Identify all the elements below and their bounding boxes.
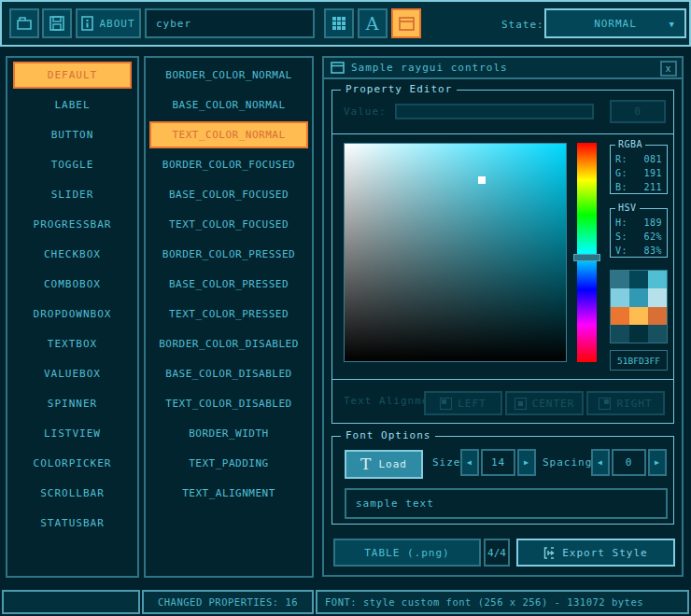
value-slider[interactable] <box>395 104 594 119</box>
control-item-statusbar[interactable]: STATUSBAR <box>13 510 132 537</box>
control-item-toggle[interactable]: TOGGLE <box>13 151 132 178</box>
prop-item-text-color-normal[interactable]: TEXT_COLOR_NORMAL <box>149 121 308 148</box>
value-box[interactable]: 0 <box>610 100 666 123</box>
rgba-g-row: G: 191 <box>615 166 662 180</box>
size-increment-button[interactable]: ▶ <box>517 449 536 476</box>
open-style-button[interactable] <box>9 8 39 38</box>
table-png-button[interactable]: TABLE (.png) <box>333 539 481 567</box>
swatch-text-focused[interactable] <box>648 288 667 306</box>
arrow-left-icon: ◀ <box>598 458 603 467</box>
hsv-s-row: S: 62% <box>615 230 662 244</box>
control-item-slider[interactable]: SLIDER <box>13 181 132 208</box>
spacing-increment-button[interactable]: ▶ <box>648 449 667 476</box>
hsv-group: HSV H: 189 S: 62% V: 83% <box>610 208 668 258</box>
hue-slider[interactable] <box>577 143 597 362</box>
color-cursor[interactable] <box>478 176 486 184</box>
grid-icon <box>331 16 346 31</box>
info-icon <box>81 16 93 31</box>
align-left-label: LEFT <box>458 398 487 410</box>
arrow-right-icon: ▶ <box>524 458 529 467</box>
swatch-border-disabled[interactable] <box>611 325 629 343</box>
property-editor-group-label: Property Editor <box>341 83 457 95</box>
control-item-button[interactable]: BUTTON <box>13 121 132 148</box>
prop-item-text-alignment[interactable]: TEXT_ALIGNMENT <box>149 480 308 507</box>
control-item-textbox[interactable]: TEXTBOX <box>13 330 132 357</box>
control-item-listview[interactable]: LISTVIEW <box>13 420 132 447</box>
font-a-icon: A <box>366 13 380 34</box>
state-dropdown-value: NORMAL <box>594 18 637 30</box>
prop-item-border-color-pressed[interactable]: BORDER_COLOR_PRESSED <box>149 241 308 268</box>
chevron-down-icon: ▼ <box>670 20 675 29</box>
sample-window-toggle-button[interactable] <box>391 8 421 38</box>
swatch-base-focused[interactable] <box>629 288 648 306</box>
align-right-toggle[interactable]: RIGHT <box>586 391 665 415</box>
prop-item-base-color-normal[interactable]: BASE_COLOR_NORMAL <box>149 91 308 119</box>
control-item-combobox[interactable]: COMBOBOX <box>13 271 132 298</box>
swatch-base-pressed[interactable] <box>629 307 648 325</box>
rgba-b-row: B: 211 <box>615 180 662 194</box>
save-style-button[interactable] <box>42 8 72 38</box>
swatch-text-disabled[interactable] <box>648 325 667 343</box>
control-item-spinner[interactable]: SPINNER <box>13 390 132 417</box>
folder-open-icon <box>16 16 33 31</box>
font-options-group-label: Font Options <box>341 429 435 441</box>
about-button[interactable]: ABOUT <box>76 8 141 38</box>
state-dropdown[interactable]: NORMAL ▼ <box>544 8 686 38</box>
style-name-input[interactable] <box>145 8 315 38</box>
swatch-border-pressed[interactable] <box>611 307 629 325</box>
swatch-border-focused[interactable] <box>611 288 629 306</box>
size-value-box[interactable]: 14 <box>481 449 515 476</box>
spacing-value-box[interactable]: 0 <box>612 449 646 476</box>
export-style-button[interactable]: Export Style <box>516 539 675 567</box>
prop-item-border-color-focused[interactable]: BORDER_COLOR_FOCUSED <box>149 151 308 178</box>
control-item-colorpicker[interactable]: COLORPICKER <box>13 450 132 477</box>
swatch-text-normal[interactable] <box>648 271 667 288</box>
r-value: 081 <box>643 152 662 166</box>
align-right-label: RIGHT <box>616 398 652 410</box>
control-item-dropdownbox[interactable]: DROPDOWNBOX <box>13 301 132 328</box>
align-center-label: CENTER <box>532 398 575 410</box>
style-color-swatches <box>610 270 668 343</box>
swatch-base-normal[interactable] <box>629 271 648 288</box>
swatch-text-pressed[interactable] <box>648 307 667 325</box>
prop-item-border-color-disabled[interactable]: BORDER_COLOR_DISABLED <box>149 330 308 357</box>
font-atlas-button[interactable]: A <box>358 8 388 38</box>
prop-item-text-color-disabled[interactable]: TEXT_COLOR_DISABLED <box>149 390 308 417</box>
spacing-decrement-button[interactable]: ◀ <box>591 449 610 476</box>
hex-color-input[interactable]: 51BFD3FF <box>610 350 668 371</box>
prop-item-base-color-disabled[interactable]: BASE_COLOR_DISABLED <box>149 360 308 387</box>
swatch-base-disabled[interactable] <box>629 325 648 343</box>
control-item-progressbar[interactable]: PROGRESSBAR <box>13 211 132 238</box>
prop-item-text-padding[interactable]: TEXT_PADDING <box>149 450 308 477</box>
control-item-checkbox[interactable]: CHECKBOX <box>13 241 132 268</box>
prop-item-base-color-pressed[interactable]: BASE_COLOR_PRESSED <box>149 271 308 298</box>
color-saturation-value-panel[interactable] <box>344 143 567 362</box>
b-value: 211 <box>643 180 662 194</box>
prop-item-text-color-focused[interactable]: TEXT_COLOR_FOCUSED <box>149 211 308 238</box>
align-center-toggle[interactable]: CENTER <box>505 391 584 415</box>
statusbar-changed-properties: CHANGED PROPERTIES: 16 <box>142 590 314 614</box>
prop-item-border-color-normal[interactable]: BORDER_COLOR_NORMAL <box>149 62 308 89</box>
controls-list-panel: DEFAULT LABEL BUTTON TOGGLE SLIDER PROGR… <box>6 56 139 578</box>
load-font-button[interactable]: T Load <box>345 450 423 479</box>
g-label: G: <box>615 166 628 180</box>
align-left-toggle[interactable]: LEFT <box>424 391 502 415</box>
prop-item-border-width[interactable]: BORDER_WIDTH <box>149 420 308 447</box>
font-t-icon: T <box>360 456 372 472</box>
control-item-valuebox[interactable]: VALUEBOX <box>13 360 132 387</box>
close-icon[interactable]: x <box>660 61 677 77</box>
hue-slider-handle[interactable] <box>573 254 600 261</box>
swatch-border-normal[interactable] <box>611 271 629 288</box>
r-label: R: <box>615 152 628 166</box>
statusbar-left <box>2 590 140 614</box>
control-item-label[interactable]: LABEL <box>13 91 132 119</box>
size-decrement-button[interactable]: ◀ <box>460 449 479 476</box>
style-table-button[interactable] <box>324 8 354 38</box>
control-item-scrollbar[interactable]: SCROLLBAR <box>13 480 132 507</box>
table-png-label: TABLE (.png) <box>364 547 449 559</box>
window-titlebar[interactable]: Sample raygui controls x <box>324 58 682 79</box>
prop-item-base-color-focused[interactable]: BASE_COLOR_FOCUSED <box>149 181 308 208</box>
prop-item-text-color-pressed[interactable]: TEXT_COLOR_PRESSED <box>149 301 308 328</box>
control-item-default[interactable]: DEFAULT <box>13 62 132 89</box>
sample-text-input[interactable]: sample text <box>345 488 668 519</box>
